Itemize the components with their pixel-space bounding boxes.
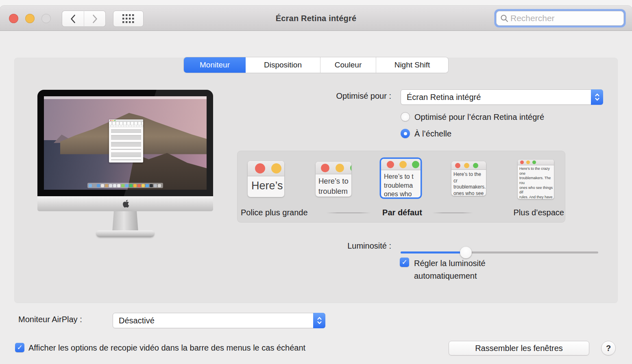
mini-dock <box>87 183 163 188</box>
brightness-label: Luminosité : <box>285 241 391 251</box>
search-input[interactable] <box>510 13 616 23</box>
stepper-icon <box>313 313 325 328</box>
imac-stand-base <box>96 230 155 237</box>
radio-scaled-label: À l’échelle <box>414 129 451 139</box>
mini-text <box>111 141 141 147</box>
mini-text <box>111 148 141 150</box>
checkmark-icon: ✓ <box>17 343 22 352</box>
tab-disposition[interactable]: Disposition <box>246 57 320 73</box>
help-button[interactable]: ? <box>601 341 616 355</box>
tab-night-shift[interactable]: Night Shift <box>376 57 448 73</box>
mini-text <box>111 159 141 161</box>
mirroring-checkbox[interactable]: ✓ <box>15 343 24 352</box>
titlebar: Écran Retina intégré <box>0 6 632 31</box>
airplay-value: Désactivé <box>119 316 155 325</box>
radio-scaled[interactable] <box>401 129 410 138</box>
imac-stand-neck <box>112 211 138 232</box>
radio-optimized-default[interactable] <box>401 112 410 121</box>
scale-thumbnail-par-defaut[interactable]: Here’s to t troublema ones who <box>381 159 421 197</box>
mini-menubar <box>44 96 207 99</box>
scale-label-right: Plus d’espace <box>506 208 564 217</box>
auto-brightness-checkbox[interactable]: ✓ <box>400 258 409 267</box>
brightness-slider-knob[interactable] <box>460 247 472 258</box>
optimized-for-value: Écran Retina intégré <box>407 93 481 102</box>
separator-line <box>432 212 473 213</box>
optimized-for-label: Optimisé pour : <box>285 91 391 101</box>
thumb-titlebar <box>381 159 421 170</box>
search-icon <box>500 14 509 23</box>
scale-picker: Here’s Here’s to troublem Here’s to t tr… <box>237 151 565 223</box>
mirroring-label: Afficher les options de recopie vidéo da… <box>28 343 305 353</box>
search-field[interactable] <box>496 11 624 26</box>
tab-bar: Moniteur Disposition Couleur Night Shift <box>184 57 448 73</box>
thumb-titlebar <box>451 161 486 170</box>
brightness-slider-fill <box>401 251 466 254</box>
tab-couleur[interactable]: Couleur <box>320 57 376 73</box>
mini-text <box>111 129 141 133</box>
mini-text <box>111 152 141 157</box>
optimized-for-select[interactable]: Écran Retina intégré <box>401 89 603 105</box>
thumb-titlebar <box>248 161 284 176</box>
imac-screen-wallpaper <box>44 96 207 190</box>
thumb-titlebar <box>518 160 554 165</box>
scale-thumbnail-police-plus-grande[interactable]: Here’s <box>248 161 284 197</box>
separator-line <box>326 212 371 213</box>
mini-ruler <box>109 125 143 127</box>
tab-moniteur[interactable]: Moniteur <box>184 57 246 73</box>
mini-textedit-window <box>109 119 143 162</box>
scale-label-left: Police plus grande <box>241 208 308 217</box>
scale-thumbnail-plus-despace[interactable]: Here’s to the crazy one troublemakers. T… <box>518 160 554 199</box>
stepper-icon <box>591 89 603 105</box>
scale-label-center: Par défaut <box>379 208 426 217</box>
mini-toolbar <box>109 122 143 125</box>
apple-logo-icon <box>122 199 129 208</box>
search-field-focus-ring <box>495 9 625 27</box>
scale-thumbnail-4[interactable]: Here’s to the cr troublemakers. ones who… <box>451 161 486 196</box>
auto-brightness-label: Régler la luminosité automatiquement <box>414 257 516 282</box>
brightness-slider[interactable] <box>401 251 598 254</box>
airplay-select[interactable]: Désactivé <box>113 313 325 328</box>
scale-thumbnail-2[interactable]: Here’s to troublem <box>316 162 351 197</box>
checkmark-icon: ✓ <box>401 258 407 266</box>
mini-text <box>111 134 141 140</box>
system-preferences-window: Écran Retina intégré Moniteur Dispositio… <box>0 6 632 364</box>
gather-windows-button[interactable]: Rassembler les fenêtres <box>449 341 589 355</box>
radio-optimized-default-label: Optimisé pour l’écran Retina intégré <box>414 113 544 122</box>
airplay-label: Moniteur AirPlay : <box>18 315 82 324</box>
imac-chin <box>37 196 213 211</box>
thumb-titlebar <box>316 162 351 174</box>
